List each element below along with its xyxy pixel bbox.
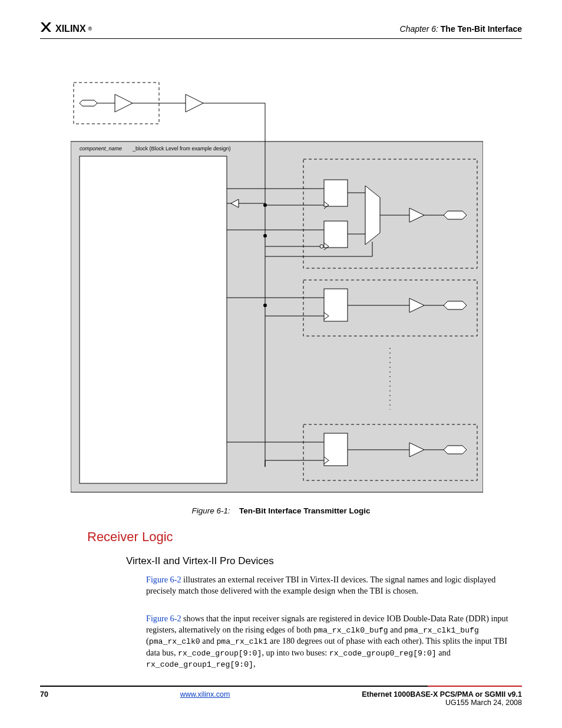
block-label: component_name	[80, 146, 122, 151]
footer-accent-bar	[428, 686, 522, 687]
logo-text: XILINX	[55, 24, 86, 34]
svg-rect-29	[324, 289, 348, 321]
figure-title: Ten-Bit Interface Transmitter Logic	[239, 506, 371, 515]
footer-url-link[interactable]: www.xilinx.com	[180, 690, 230, 699]
svg-rect-36	[324, 433, 348, 466]
link-figure-6-2b[interactable]: Figure 6-2	[146, 614, 181, 623]
page-number: 70	[40, 690, 48, 699]
svg-rect-15	[324, 180, 348, 206]
svg-point-10	[263, 234, 267, 238]
figure-caption: Figure 6-1: Ten-Bit Interface Transmitte…	[0, 506, 562, 515]
link-figure-6-2a[interactable]: Figure 6-2	[146, 575, 181, 584]
page-footer: 70 www.xilinx.com Ethernet 1000BASE-X PC…	[40, 686, 522, 707]
vendor-logo: XILINX ®	[40, 22, 92, 35]
svg-rect-7	[80, 156, 227, 483]
figure-number: Figure 6-1:	[192, 506, 230, 515]
svg-text:_block (Block Level from examp: _block (Block Level from example design)	[132, 146, 231, 151]
figure-6-1: component_name _block (Block Level from …	[71, 71, 483, 495]
chapter-title: The Ten-Bit Interface	[441, 24, 522, 34]
heading-receiver-logic: Receiver Logic	[87, 529, 173, 545]
svg-point-17	[320, 245, 323, 248]
chapter-reference: Chapter 6: The Ten-Bit Interface	[400, 24, 522, 34]
svg-rect-16	[324, 221, 348, 248]
page-header: XILINX ® Chapter 6: The Ten-Bit Interfac…	[40, 22, 522, 39]
logo-mark-icon	[40, 22, 53, 35]
paragraph-1: Figure 6-2 illustrates an external recei…	[146, 574, 522, 596]
logo-registered: ®	[88, 26, 92, 32]
para1-text: illustrates an external receiver TBI in …	[146, 575, 495, 595]
paragraph-2: Figure 6-2 shows that the input receiver…	[146, 613, 522, 670]
svg-point-11	[263, 304, 267, 307]
doc-title: Ethernet 1000BASE-X PCS/PMA or SGMII v9.…	[362, 690, 522, 699]
doc-reference: UG155 March 24, 2008	[362, 699, 522, 707]
heading-virtex2: Virtex-II and Virtex-II Pro Devices	[126, 555, 274, 567]
chapter-number: Chapter 6:	[400, 24, 438, 34]
